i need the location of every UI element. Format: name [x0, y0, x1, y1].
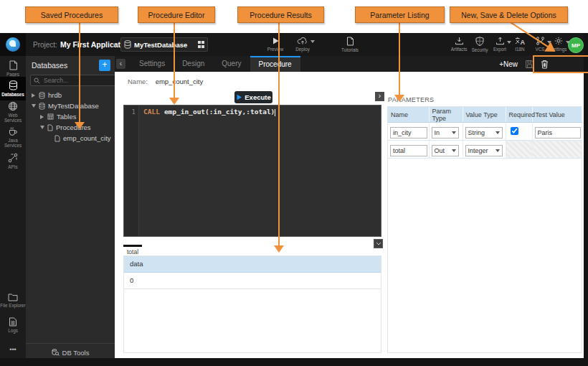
sidebar-item-file-explorer[interactable]: File Explorer: [0, 293, 26, 308]
sql-keyword: CALL: [143, 108, 160, 116]
callout-arrowhead: [75, 122, 85, 129]
database-name: MyTestDatabase: [134, 41, 198, 49]
database-selector[interactable]: MyTestDatabase: [120, 37, 208, 52]
callout-procedure-results: Procedure Results: [237, 6, 324, 23]
api-nodes-icon: [8, 153, 18, 163]
cloud-upload-icon: [297, 37, 308, 45]
callout-arrow-line: [174, 22, 175, 98]
param-type-select[interactable]: In: [432, 127, 459, 139]
test-value-input[interactable]: [535, 127, 581, 139]
param-name-input[interactable]: [390, 127, 427, 139]
sidebar-item-pages[interactable]: Pages: [0, 60, 26, 77]
download-icon: [455, 37, 464, 45]
collapse-panel-button[interactable]: ‹: [116, 59, 125, 69]
file-icon: [47, 124, 53, 131]
preview-button[interactable]: Preview: [264, 37, 287, 52]
expand-down-icon[interactable]: [32, 104, 36, 108]
results-column-header: data: [124, 256, 381, 273]
user-avatar[interactable]: MP: [568, 37, 584, 53]
tree-node-tables[interactable]: Tables: [26, 111, 129, 122]
file-icon: [54, 135, 60, 142]
main-sidebar: Pages Databases Web Services Java Servic…: [0, 56, 26, 366]
deploy-button[interactable]: Deploy: [291, 37, 314, 52]
breadcrumb-separator: ›: [112, 33, 115, 56]
tab-procedure[interactable]: Procedure: [250, 56, 300, 72]
log-file-icon: [9, 317, 17, 327]
callout-new-save-delete: New, Save & Delete Options: [450, 6, 568, 23]
tab-settings[interactable]: Settings: [131, 56, 174, 72]
param-name-input[interactable]: [390, 145, 427, 156]
databases-panel-header: Databases +: [26, 56, 115, 75]
col-param-type: Param Type: [429, 107, 463, 123]
results-value-cell: 0: [124, 273, 381, 289]
required-checkbox[interactable]: [511, 127, 518, 135]
project-label: Project:: [33, 41, 57, 49]
translate-icon: A: [515, 37, 526, 45]
chevron-down-icon: [495, 131, 500, 134]
callout-label: Saved Procedures: [41, 11, 103, 19]
chevron-down-icon: [310, 40, 315, 43]
collapse-results-button[interactable]: [374, 239, 383, 248]
panel-title: Databases: [32, 61, 99, 70]
gear-icon: [554, 37, 563, 45]
expand-parameters-button[interactable]: ›: [375, 92, 384, 101]
sidebar-item-java-services[interactable]: Java Services: [0, 126, 26, 148]
callout-parameter-listing: Parameter Listing: [355, 6, 445, 23]
database-search[interactable]: [30, 75, 116, 86]
sidebar-item-apis[interactable]: APIs: [0, 153, 26, 169]
new-procedure-button[interactable]: +New: [499, 60, 518, 68]
expand-right-icon[interactable]: [32, 93, 35, 98]
value-type-select[interactable]: Integer: [465, 145, 503, 156]
results-tab-total[interactable]: total: [123, 245, 142, 255]
folder-icon: [8, 293, 18, 301]
callout-saved-procedures: Saved Procedures: [25, 6, 118, 23]
chevron-down-icon: [452, 149, 456, 152]
procedure-name-value: emp_count_city: [156, 78, 204, 85]
callout-label: Procedure Editor: [148, 11, 205, 19]
play-icon: [236, 94, 242, 100]
parameters-panel: Name Param Type Value Type Required Test…: [387, 106, 582, 353]
tutorials-button[interactable]: Tutorials: [338, 37, 361, 52]
page-icon: [9, 60, 18, 70]
artifacts-button[interactable]: Artifacts: [447, 37, 470, 52]
disabled-cell: [532, 141, 582, 159]
database-icon: [9, 80, 18, 90]
tree-node-hrdb[interactable]: hrdb: [26, 90, 120, 100]
sidebar-more-button[interactable]: •••: [0, 346, 26, 352]
tab-query[interactable]: Query: [213, 56, 250, 72]
tabs-bar: ‹ Settings Design Query Procedure +New: [115, 56, 588, 72]
col-value-type: Value Type: [463, 107, 506, 123]
sidebar-item-databases[interactable]: Databases: [0, 77, 26, 100]
tree-node-mytestdatabase[interactable]: MyTestDatabase: [26, 100, 120, 111]
code-line: CALLemp_in_out(:in_city,:total): [143, 108, 275, 116]
grid-icon[interactable]: [198, 41, 205, 48]
callout-arrow-line: [278, 22, 280, 245]
sql-code-editor[interactable]: 1 CALLemp_in_out(:in_city,:total): [123, 105, 381, 237]
expand-down-icon[interactable]: [40, 126, 44, 129]
callout-arrow-line: [399, 22, 400, 95]
col-required: Required: [506, 107, 532, 123]
top-bar: Project: My First Application › MyTestDa…: [0, 33, 588, 56]
search-input[interactable]: [42, 76, 110, 85]
col-name: Name: [388, 107, 429, 123]
disabled-cell: [506, 141, 532, 159]
value-type-select[interactable]: String: [465, 127, 503, 139]
param-type-select[interactable]: Out: [432, 145, 459, 156]
expand-right-icon[interactable]: [40, 115, 44, 119]
tabs: Settings Design Query Procedure: [131, 56, 300, 72]
execute-button[interactable]: Execute: [234, 91, 272, 103]
callout-arrow-line: [79, 22, 80, 122]
globe-icon: [8, 101, 18, 111]
app-logo[interactable]: [0, 33, 26, 56]
callout-arrowhead: [274, 245, 284, 253]
name-label: Name:: [128, 78, 148, 85]
sidebar-item-web-services[interactable]: Web Services: [0, 101, 26, 123]
callout-procedure-editor: Procedure Editor: [138, 6, 215, 23]
sidebar-item-logs[interactable]: Logs: [0, 317, 26, 333]
tab-design[interactable]: Design: [174, 56, 213, 72]
results-panel: data 0: [123, 255, 381, 353]
coffee-cup-icon: [8, 126, 18, 136]
breadcrumb: Project: My First Application: [33, 33, 132, 56]
upload-icon: [495, 37, 505, 45]
add-database-button[interactable]: +: [99, 60, 110, 71]
